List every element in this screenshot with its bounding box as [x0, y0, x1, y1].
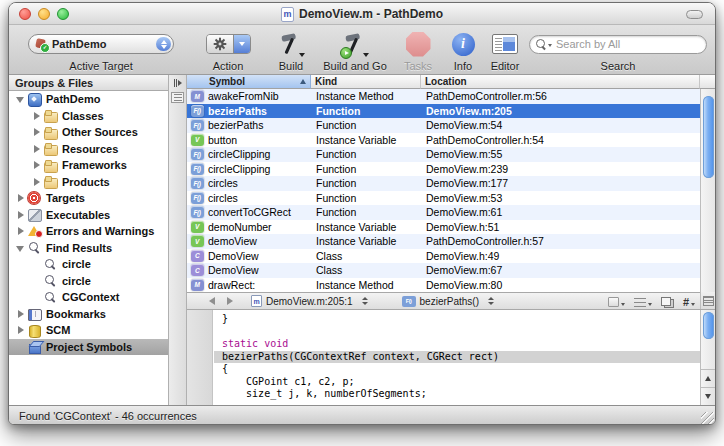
forward-arrow-icon[interactable]: [227, 297, 233, 305]
action-button[interactable]: [206, 34, 251, 54]
action-dropdown-arrow-icon[interactable]: [233, 35, 250, 53]
sidebar-item[interactable]: circle: [9, 256, 168, 273]
table-row[interactable]: F() bezierPaths Function DemoView.m:54: [187, 118, 700, 133]
sidebar-item[interactable]: Bookmarks: [9, 306, 168, 323]
symbols-table-body: M awakeFromNib Instance Method PathDemoC…: [187, 89, 715, 292]
tasks-caption: Tasks: [404, 60, 432, 72]
sidebar-item[interactable]: Executables: [9, 207, 168, 224]
table-row[interactable]: V button Instance Variable PathDemoContr…: [187, 133, 700, 148]
disclosure-triangle-icon[interactable]: [31, 143, 43, 155]
sidebar-item[interactable]: SCM: [9, 322, 168, 339]
search-input[interactable]: [554, 37, 698, 51]
table-row[interactable]: F() convertToCGRect Function DemoView.m:…: [187, 205, 700, 220]
column-header-kind[interactable]: Kind: [311, 75, 421, 89]
file-history-popup[interactable]: m DemoView.m:205:1: [251, 295, 368, 307]
code-line[interactable]: [222, 326, 700, 339]
code-line[interactable]: size_t j, k, numberOfSegments;: [222, 388, 700, 401]
table-row[interactable]: F() circles Function DemoView.m:177: [187, 176, 700, 191]
scroll-down-arrow-icon[interactable]: [701, 387, 715, 405]
editor-button[interactable]: Editor: [483, 30, 527, 72]
sidebar-item[interactable]: Products: [9, 174, 168, 191]
toolbar-toggle-button[interactable]: [686, 10, 703, 19]
table-scrollbar-thumb[interactable]: [703, 96, 714, 178]
function-popup[interactable]: F() bezierPaths(): [402, 296, 494, 307]
table-scrollbar[interactable]: [700, 89, 715, 292]
disclosure-triangle-icon[interactable]: [15, 308, 27, 320]
disclosure-triangle-icon[interactable]: [15, 93, 27, 105]
code-editor[interactable]: }static voidbezierPaths(CGContextRef con…: [187, 310, 715, 405]
disclosure-triangle-icon[interactable]: [15, 192, 27, 204]
sidebar-item[interactable]: Classes: [9, 108, 168, 125]
breakpoints-menu-button[interactable]: [634, 298, 652, 307]
title-bar[interactable]: m DemoView.m - PathDemo: [9, 3, 715, 25]
disclosure-triangle-icon[interactable]: [31, 110, 43, 122]
sidebar-item[interactable]: circle: [9, 273, 168, 290]
disclosure-triangle-icon[interactable]: [31, 126, 43, 138]
line-number-menu-button[interactable]: #: [683, 297, 695, 307]
column-header-symbol[interactable]: Symbol: [187, 75, 311, 89]
sidebar-item[interactable]: PathDemo: [9, 91, 168, 108]
table-row[interactable]: C DemoView Class DemoView.h:49: [187, 249, 700, 264]
sidebar-item[interactable]: Find Results: [9, 240, 168, 257]
disclosure-triangle-icon[interactable]: [31, 275, 43, 287]
table-row[interactable]: V demoNumber Instance Variable DemoView.…: [187, 220, 700, 235]
disclosure-triangle-icon[interactable]: [31, 159, 43, 171]
detail-view-toggle-icon[interactable]: [171, 77, 184, 89]
find-icon: [44, 291, 59, 304]
code-line[interactable]: static void: [222, 338, 700, 351]
disclosure-triangle-icon[interactable]: [15, 225, 27, 237]
sidebar-item[interactable]: CGContext: [9, 289, 168, 306]
table-row[interactable]: C DemoView Class DemoView.m:67: [187, 263, 700, 278]
disclosure-triangle-icon[interactable]: [31, 258, 43, 270]
back-arrow-icon[interactable]: [209, 297, 215, 305]
search-scope-dart-icon[interactable]: [548, 44, 552, 47]
active-target-caption: Active Target: [69, 60, 132, 72]
search-field[interactable]: [529, 35, 707, 54]
disclosure-triangle-icon[interactable]: [31, 176, 43, 188]
disclosure-triangle-icon[interactable]: [31, 291, 43, 303]
editor-split-widget-icon[interactable]: [700, 292, 715, 309]
scroll-up-arrow-icon[interactable]: [701, 369, 715, 387]
table-row[interactable]: F() circleClipping Function DemoView.m:2…: [187, 162, 700, 177]
table-row[interactable]: F() bezierPaths Function DemoView.m:205: [187, 104, 700, 119]
table-row[interactable]: F() circles Function DemoView.m:53: [187, 191, 700, 206]
info-button[interactable]: i Info: [443, 30, 483, 72]
sidebar-item[interactable]: Frameworks: [9, 157, 168, 174]
sidebar-item[interactable]: Resources: [9, 141, 168, 158]
sidebar-item[interactable]: Other Sources: [9, 124, 168, 141]
code-line[interactable]: CGPoint c1, c2, p;: [222, 376, 700, 389]
code-line[interactable]: }: [222, 313, 700, 326]
minimize-button[interactable]: [38, 8, 50, 20]
table-row[interactable]: M drawRect: Instance Method DemoView.m:8…: [187, 278, 700, 293]
code-line[interactable]: bezierPaths(CGContextRef context, CGRect…: [214, 351, 700, 364]
close-button[interactable]: [19, 8, 31, 20]
editor-scrollbar[interactable]: [700, 310, 715, 405]
build-and-go-button[interactable]: Build and Go: [315, 30, 395, 72]
sidebar-item[interactable]: Errors and Warnings: [9, 223, 168, 240]
build-button[interactable]: Build: [267, 30, 315, 72]
search-caption: Search: [601, 60, 636, 72]
bookmarks-menu-button[interactable]: [608, 297, 625, 307]
sidebar-item[interactable]: Targets: [9, 190, 168, 207]
table-row[interactable]: V demoView Instance Variable PathDemoCon…: [187, 234, 700, 249]
disclosure-triangle-icon[interactable]: [15, 341, 27, 353]
main-content: Groups & Files PathDemo Classes Other So…: [9, 75, 715, 405]
sidebar-item[interactable]: Project Symbols: [9, 339, 168, 356]
code-area[interactable]: }static voidbezierPaths(CGContextRef con…: [214, 310, 700, 405]
disclosure-triangle-icon[interactable]: [15, 242, 27, 254]
disclosure-triangle-icon[interactable]: [15, 209, 27, 221]
column-header-location[interactable]: Location: [421, 75, 700, 89]
table-row[interactable]: M awakeFromNib Instance Method PathDemoC…: [187, 89, 700, 104]
counterpart-button[interactable]: [661, 297, 674, 308]
active-target-popup[interactable]: PathDemo: [28, 34, 174, 54]
cell-symbol: circleClipping: [207, 148, 311, 160]
editor-scrollbar-thumb[interactable]: [703, 312, 714, 339]
code-line[interactable]: {: [222, 363, 700, 376]
resize-grip[interactable]: [701, 412, 714, 425]
list-view-button-icon[interactable]: [171, 92, 184, 103]
zoom-button[interactable]: [57, 8, 69, 20]
disclosure-triangle-icon[interactable]: [15, 324, 27, 336]
table-row[interactable]: F() circleClipping Function DemoView.m:5…: [187, 147, 700, 162]
warning-icon: [28, 225, 43, 238]
sidebar-splitter[interactable]: [169, 75, 187, 405]
